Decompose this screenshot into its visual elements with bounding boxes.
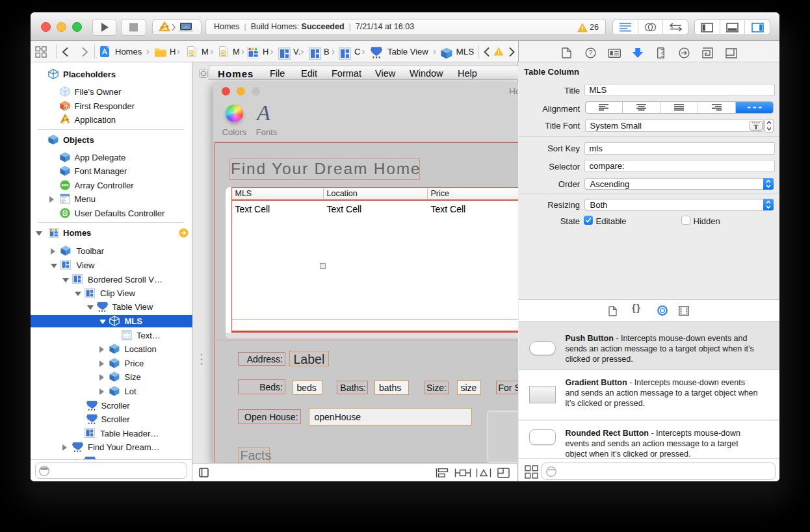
svg-text:T: T: [753, 123, 759, 131]
svg-text:?: ?: [589, 49, 593, 57]
